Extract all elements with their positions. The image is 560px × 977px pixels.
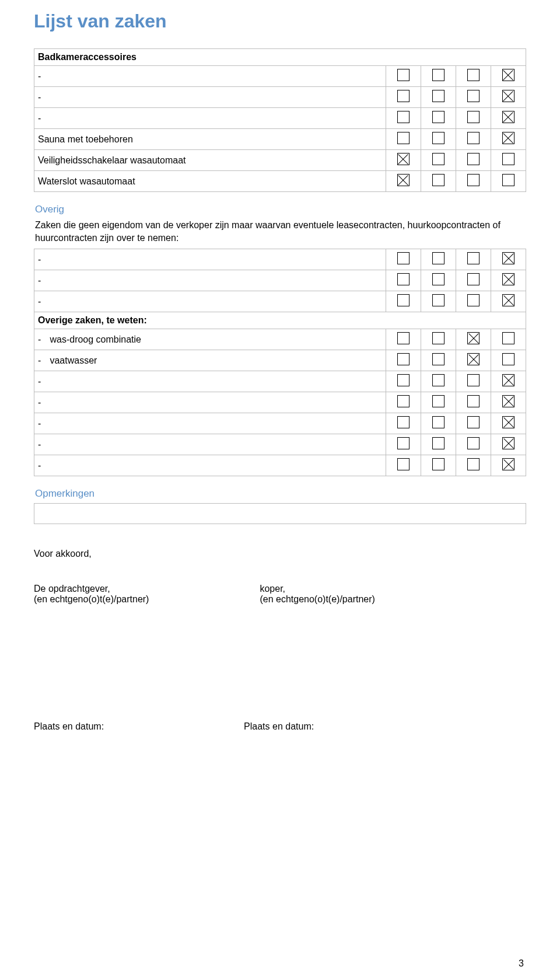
checkbox-unchecked-icon[interactable] <box>502 174 514 186</box>
checkbox-checked-icon[interactable] <box>502 294 514 306</box>
checkbox-unchecked-icon[interactable] <box>432 294 444 306</box>
row-label: - <box>34 291 386 312</box>
checkbox-cell <box>491 66 526 87</box>
checkbox-unchecked-icon[interactable] <box>467 437 480 449</box>
checkbox-unchecked-icon[interactable] <box>502 332 514 344</box>
section-header-opmerkingen: Opmerkingen <box>35 488 526 500</box>
checkbox-unchecked-icon[interactable] <box>397 458 410 470</box>
checkbox-unchecked-icon[interactable] <box>397 273 410 285</box>
checkbox-unchecked-icon[interactable] <box>397 332 410 344</box>
checkbox-cell <box>386 350 421 371</box>
checkbox-unchecked-icon[interactable] <box>502 353 514 365</box>
row-label: - <box>34 392 386 413</box>
checkbox-checked-icon[interactable] <box>502 416 514 428</box>
row-label: - vaatwasser <box>34 350 386 371</box>
checkbox-checked-icon[interactable] <box>502 374 514 386</box>
checkbox-unchecked-icon[interactable] <box>432 90 444 102</box>
row-label: - <box>34 455 386 476</box>
checkbox-cell <box>386 392 421 413</box>
section-badkamer: Badkameraccessoires ---Sauna met toebeho… <box>34 48 526 192</box>
checkbox-unchecked-icon[interactable] <box>467 458 480 470</box>
checkbox-cell <box>421 350 456 371</box>
checkbox-cell <box>386 270 421 291</box>
checkbox-unchecked-icon[interactable] <box>432 252 444 264</box>
comments-box[interactable] <box>34 503 526 524</box>
checkbox-unchecked-icon[interactable] <box>467 294 480 306</box>
checkbox-unchecked-icon[interactable] <box>397 353 410 365</box>
checkbox-unchecked-icon[interactable] <box>432 458 444 470</box>
checkbox-unchecked-icon[interactable] <box>397 416 410 428</box>
checkbox-cell <box>456 87 491 108</box>
checkbox-unchecked-icon[interactable] <box>432 69 444 81</box>
checkbox-unchecked-icon[interactable] <box>397 437 410 449</box>
checkbox-unchecked-icon[interactable] <box>397 111 410 123</box>
checkbox-checked-icon[interactable] <box>502 111 514 123</box>
checkbox-unchecked-icon[interactable] <box>432 153 444 165</box>
checkbox-cell <box>386 329 421 350</box>
checkbox-unchecked-icon[interactable] <box>432 416 444 428</box>
checkbox-unchecked-icon[interactable] <box>397 132 410 144</box>
checkbox-cell <box>421 108 456 129</box>
checkbox-checked-icon[interactable] <box>502 273 514 285</box>
checkbox-cell <box>386 413 421 434</box>
table-row: - <box>34 87 526 108</box>
checkbox-unchecked-icon[interactable] <box>467 153 480 165</box>
table-row: - <box>34 434 526 455</box>
checkbox-checked-icon[interactable] <box>502 132 514 144</box>
sig-right-line2: (en echtgeno(o)t(e)/partner) <box>260 594 374 605</box>
checkbox-checked-icon[interactable] <box>502 69 514 81</box>
checkbox-unchecked-icon[interactable] <box>467 132 480 144</box>
checkbox-unchecked-icon[interactable] <box>432 395 444 407</box>
checkbox-cell <box>456 371 491 392</box>
checkbox-unchecked-icon[interactable] <box>397 252 410 264</box>
checkbox-unchecked-icon[interactable] <box>397 90 410 102</box>
checkbox-unchecked-icon[interactable] <box>397 294 410 306</box>
checkbox-checked-icon[interactable] <box>502 90 514 102</box>
checkbox-checked-icon[interactable] <box>502 437 514 449</box>
checkbox-checked-icon[interactable] <box>467 353 480 365</box>
checkbox-unchecked-icon[interactable] <box>502 153 514 165</box>
checkbox-cell <box>421 291 456 312</box>
checkbox-unchecked-icon[interactable] <box>432 437 444 449</box>
checkbox-unchecked-icon[interactable] <box>467 395 480 407</box>
checkbox-unchecked-icon[interactable] <box>467 374 480 386</box>
checkbox-checked-icon[interactable] <box>502 252 514 264</box>
checkbox-cell <box>456 108 491 129</box>
checkbox-cell <box>421 66 456 87</box>
page-title: Lijst van zaken <box>34 11 526 32</box>
checkbox-unchecked-icon[interactable] <box>432 132 444 144</box>
checkbox-checked-icon[interactable] <box>397 153 410 165</box>
table-row: - <box>34 270 526 291</box>
checkbox-unchecked-icon[interactable] <box>467 90 480 102</box>
checkbox-unchecked-icon[interactable] <box>397 69 410 81</box>
checkbox-cell <box>491 291 526 312</box>
checkbox-cell <box>491 249 526 270</box>
checkbox-unchecked-icon[interactable] <box>397 374 410 386</box>
checkbox-unchecked-icon[interactable] <box>467 273 480 285</box>
checkbox-unchecked-icon[interactable] <box>432 374 444 386</box>
page-number: 3 <box>519 958 524 969</box>
checkbox-unchecked-icon[interactable] <box>432 111 444 123</box>
checkbox-checked-icon[interactable] <box>467 332 480 344</box>
checkbox-checked-icon[interactable] <box>502 395 514 407</box>
checkbox-cell <box>491 392 526 413</box>
checkbox-cell <box>456 66 491 87</box>
checkbox-unchecked-icon[interactable] <box>432 273 444 285</box>
checkbox-cell <box>491 371 526 392</box>
checkbox-unchecked-icon[interactable] <box>432 353 444 365</box>
checkbox-cell <box>386 66 421 87</box>
checkbox-checked-icon[interactable] <box>397 174 410 186</box>
section-overig: --- Overige zaken, te weten: - was-droog… <box>34 249 526 476</box>
checkbox-unchecked-icon[interactable] <box>467 252 480 264</box>
checkbox-unchecked-icon[interactable] <box>467 69 480 81</box>
checkbox-unchecked-icon[interactable] <box>467 174 480 186</box>
checkbox-unchecked-icon[interactable] <box>467 416 480 428</box>
row-label: - <box>34 249 386 270</box>
checkbox-unchecked-icon[interactable] <box>467 111 480 123</box>
checkbox-unchecked-icon[interactable] <box>432 174 444 186</box>
checkbox-checked-icon[interactable] <box>502 458 514 470</box>
checkbox-unchecked-icon[interactable] <box>432 332 444 344</box>
table-row: Veiligheidsschakelaar wasautomaat <box>34 150 526 171</box>
checkbox-unchecked-icon[interactable] <box>397 395 410 407</box>
checkbox-cell <box>421 150 456 171</box>
